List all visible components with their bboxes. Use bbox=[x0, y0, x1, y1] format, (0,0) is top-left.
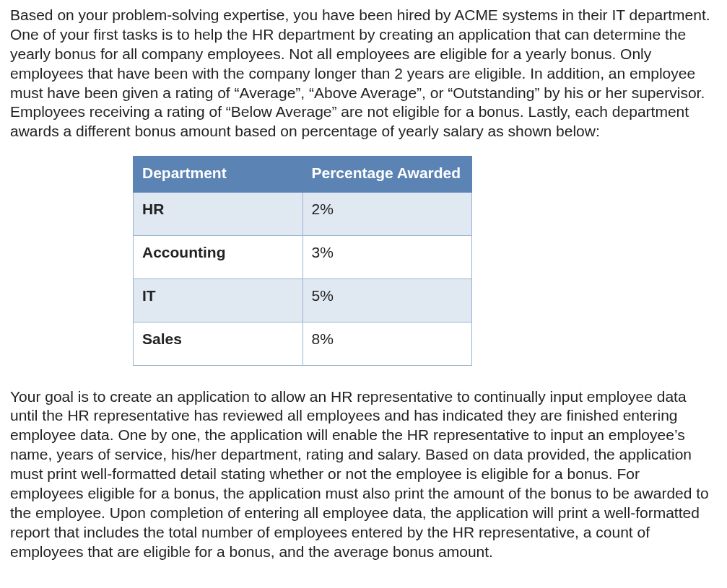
cell-percentage: 2% bbox=[302, 193, 472, 236]
bonus-table-wrapper: Department Percentage Awarded HR 2% Acco… bbox=[133, 156, 717, 365]
table-row: HR 2% bbox=[134, 193, 472, 236]
table-row: IT 5% bbox=[134, 278, 472, 322]
cell-percentage: 8% bbox=[302, 322, 472, 365]
cell-percentage: 3% bbox=[302, 235, 472, 278]
col-header-department: Department bbox=[134, 157, 303, 193]
cell-department: HR bbox=[134, 193, 303, 236]
table-row: Sales 8% bbox=[134, 322, 472, 365]
table-row: Accounting 3% bbox=[134, 235, 472, 278]
goal-paragraph: Your goal is to create an application to… bbox=[10, 387, 717, 562]
bonus-table: Department Percentage Awarded HR 2% Acco… bbox=[133, 156, 472, 365]
intro-paragraph: Based on your problem-solving expertise,… bbox=[10, 6, 717, 141]
table-header-row: Department Percentage Awarded bbox=[134, 157, 472, 193]
cell-department: IT bbox=[134, 278, 303, 322]
cell-percentage: 5% bbox=[302, 278, 472, 322]
cell-department: Accounting bbox=[134, 235, 303, 278]
cell-department: Sales bbox=[134, 322, 303, 365]
col-header-percentage: Percentage Awarded bbox=[302, 157, 472, 193]
